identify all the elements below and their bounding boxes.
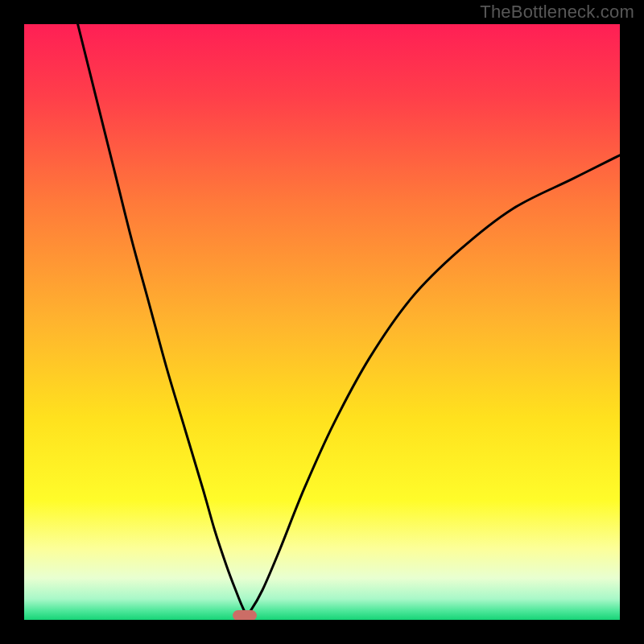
watermark-text: TheBottleneck.com [480,2,634,23]
plot-area [24,24,620,620]
bottleneck-curve [24,24,620,620]
chart-frame: TheBottleneck.com [0,0,644,644]
optimal-point-marker [233,610,257,620]
